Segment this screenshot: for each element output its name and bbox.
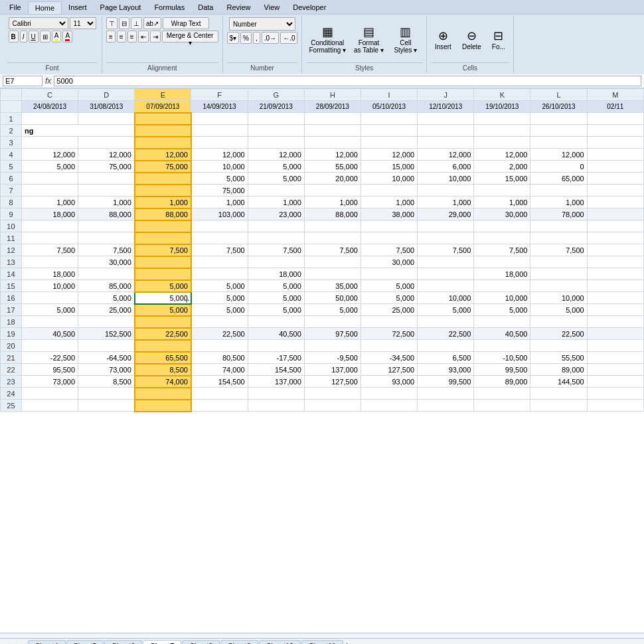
corner-header bbox=[1, 89, 22, 101]
font-size-select[interactable]: 11 bbox=[70, 17, 96, 29]
table-row: 25 bbox=[1, 400, 644, 412]
tab-page-layout[interactable]: Page Layout bbox=[94, 1, 148, 14]
align-right-button[interactable]: ≡ bbox=[127, 31, 137, 42]
col-header-h[interactable]: H bbox=[304, 89, 361, 101]
tab-developer[interactable]: Developer bbox=[286, 1, 333, 14]
row-num: 19 bbox=[1, 328, 22, 340]
align-left-button[interactable]: ≡ bbox=[106, 31, 116, 42]
col-header-j[interactable]: J bbox=[418, 89, 474, 101]
row-num: 23 bbox=[1, 376, 22, 388]
tab-view[interactable]: View bbox=[258, 1, 287, 14]
ribbon: File Home Insert Page Layout Formulas Da… bbox=[0, 0, 644, 74]
table-row: 20 bbox=[1, 340, 644, 352]
table-row: 3 bbox=[1, 137, 644, 149]
align-top-button[interactable]: ⊤ bbox=[106, 17, 118, 29]
formula-input[interactable] bbox=[54, 76, 641, 86]
sheet-nav-right[interactable]: ► bbox=[15, 641, 25, 645]
col-header-c[interactable]: C bbox=[21, 89, 78, 101]
sheet-add-button[interactable]: ▷ bbox=[347, 641, 354, 645]
table-row: 11 bbox=[1, 232, 644, 244]
indent-dec-button[interactable]: ⇤ bbox=[138, 31, 149, 42]
font-group-label: Font bbox=[7, 62, 98, 72]
table-row: 6 5,000 5,000 20,000 10,000 10,000 15,00… bbox=[1, 173, 644, 185]
sheet-tab-5[interactable]: Sheet5 bbox=[66, 640, 104, 644]
formula-bar: fx bbox=[0, 74, 644, 88]
styles-group: ▦ Conditional Formatting ▾ ▤ Format as T… bbox=[302, 16, 426, 73]
col-header-i[interactable]: I bbox=[361, 89, 417, 101]
fill-color-button[interactable]: A bbox=[52, 31, 62, 42]
decrease-decimal-button[interactable]: ←.0 bbox=[280, 32, 297, 44]
spreadsheet-grid: C D E F G H I J K L M 24/08/2013 31/08/2… bbox=[0, 88, 644, 412]
increase-decimal-button[interactable]: .0→ bbox=[262, 32, 279, 44]
font-color-button[interactable]: A bbox=[62, 31, 72, 42]
col-header-d[interactable]: D bbox=[78, 89, 135, 101]
row-num: 12 bbox=[1, 244, 22, 256]
underline-button[interactable]: U bbox=[29, 31, 39, 42]
wrap-text-button[interactable]: Wrap Text bbox=[163, 17, 209, 29]
table-row: 17 5,000 25,000 5,000 5,000 5,000 5,000 … bbox=[1, 304, 644, 316]
row-num: 15 bbox=[1, 280, 22, 292]
col-header-k[interactable]: K bbox=[474, 89, 530, 101]
orient-button[interactable]: ab↗ bbox=[143, 17, 161, 29]
tab-formulas[interactable]: Formulas bbox=[147, 1, 191, 14]
sheet-tab-7[interactable]: Sheet7 bbox=[143, 640, 181, 644]
indent-inc-button[interactable]: ⇥ bbox=[150, 31, 161, 42]
row-num: 17 bbox=[1, 304, 22, 316]
format-button[interactable]: ⊟ Fo... bbox=[488, 26, 509, 53]
col-header-f[interactable]: F bbox=[191, 89, 248, 101]
font-name-select[interactable]: Calibri bbox=[9, 17, 68, 29]
tab-file[interactable]: File bbox=[3, 1, 28, 14]
currency-button[interactable]: $▾ bbox=[227, 32, 240, 44]
border-button[interactable]: ⊞ bbox=[40, 31, 50, 42]
date-row-label bbox=[1, 101, 22, 113]
tab-review[interactable]: Review bbox=[220, 1, 257, 14]
row-num: 22 bbox=[1, 364, 22, 376]
row-num: 11 bbox=[1, 232, 22, 244]
italic-button[interactable]: I bbox=[20, 31, 27, 42]
number-format-select[interactable]: Number bbox=[229, 17, 295, 31]
sheet-tab-9[interactable]: Sheet9 bbox=[220, 640, 258, 644]
sheet-tab-4[interactable]: Sheet4 bbox=[28, 640, 66, 644]
percent-button[interactable]: % bbox=[240, 32, 252, 44]
tab-data[interactable]: Data bbox=[191, 1, 220, 14]
col-header-e[interactable]: E bbox=[135, 89, 191, 101]
table-row: 2 ng bbox=[1, 125, 644, 137]
row-num: 7 bbox=[1, 185, 22, 197]
table-row: 9 18,000 88,000 88,000 103,000 23,000 88… bbox=[1, 208, 644, 220]
name-box[interactable] bbox=[3, 76, 42, 86]
delete-button[interactable]: ⊖ Delete bbox=[458, 26, 485, 53]
date-h: 28/09/2013 bbox=[304, 101, 361, 113]
col-header-g[interactable]: G bbox=[248, 89, 304, 101]
merge-center-button[interactable]: Merge & Center ▾ bbox=[162, 31, 218, 42]
date-k: 19/10/2013 bbox=[474, 101, 530, 113]
sheet-tab-10[interactable]: Sheet10 bbox=[259, 640, 301, 644]
bold-button[interactable]: B bbox=[9, 31, 19, 42]
sheet-tab-6[interactable]: Sheet6 bbox=[104, 640, 142, 644]
date-i: 05/10/2013 bbox=[361, 101, 417, 113]
row-num: 8 bbox=[1, 197, 22, 208]
row-num: 16 bbox=[1, 292, 22, 304]
table-row: 22 95,500 73,000 8,500 74,000 154,500 13… bbox=[1, 364, 644, 376]
ribbon-tabs: File Home Insert Page Layout Formulas Da… bbox=[0, 0, 644, 15]
grid-scroll[interactable]: C D E F G H I J K L M 24/08/2013 31/08/2… bbox=[0, 88, 644, 633]
styles-group-label: Styles bbox=[306, 62, 422, 72]
tab-home[interactable]: Home bbox=[28, 1, 62, 14]
col-header-m[interactable]: M bbox=[587, 89, 643, 101]
align-middle-button[interactable]: ⊟ bbox=[119, 17, 129, 29]
conditional-formatting-button[interactable]: ▦ Conditional Formatting ▾ bbox=[306, 22, 349, 56]
align-center-button[interactable]: ≡ bbox=[117, 31, 126, 42]
sheet-nav-left[interactable]: ◄ bbox=[3, 641, 12, 645]
table-row: 13 30,000 30,000 bbox=[1, 256, 644, 268]
align-bottom-button[interactable]: ⊥ bbox=[131, 17, 142, 29]
insert-button[interactable]: ⊕ Insert bbox=[431, 26, 455, 53]
horizontal-scrollbar[interactable] bbox=[0, 633, 644, 638]
row-num: 3 bbox=[1, 137, 22, 149]
sheet-tab-8[interactable]: Sheet8 bbox=[182, 640, 220, 644]
tab-insert[interactable]: Insert bbox=[62, 1, 94, 14]
row-num: 10 bbox=[1, 220, 22, 232]
comma-button[interactable]: , bbox=[253, 32, 260, 44]
col-header-l[interactable]: L bbox=[530, 89, 587, 101]
format-table-button[interactable]: ▤ Format as Table ▾ bbox=[351, 22, 386, 56]
cell-styles-button[interactable]: ▥ Cell Styles ▾ bbox=[389, 22, 422, 56]
sheet-tab-11[interactable]: Sheet11 bbox=[301, 640, 343, 644]
